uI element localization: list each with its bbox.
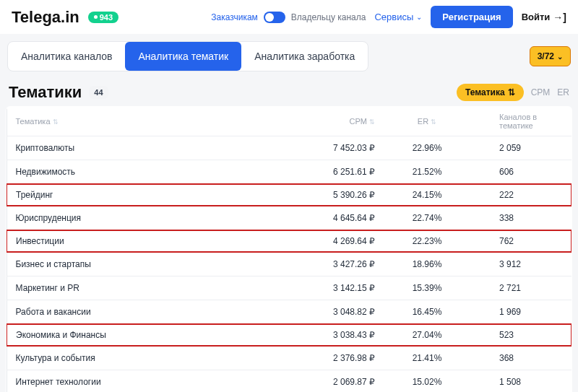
col-cpm-header[interactable]: CPM⇅ bbox=[282, 107, 384, 136]
cell-cpm: 4 269.64 ₽ bbox=[282, 230, 384, 252]
cell-count: 3 912 bbox=[470, 252, 571, 276]
cell-cpm: 7 452.03 ₽ bbox=[282, 136, 384, 160]
site-header: Telega.in 943 Заказчикам Владельцу канал… bbox=[0, 0, 578, 34]
table-row[interactable]: Экономика и Финансы3 038.43 ₽27.04%523 bbox=[7, 324, 571, 346]
col-topic-header[interactable]: Тематика⇅ bbox=[7, 107, 282, 136]
table-row[interactable]: Культура и события2 376.98 ₽21.41%368 bbox=[7, 346, 571, 370]
cell-er: 22.96% bbox=[384, 136, 470, 160]
cell-er: 21.41% bbox=[384, 346, 470, 370]
role-toggle[interactable] bbox=[264, 12, 285, 23]
cell-count: 762 bbox=[470, 230, 571, 252]
toggle-knob-icon bbox=[265, 13, 274, 22]
cell-er: 24.15% bbox=[384, 184, 470, 206]
login-label: Войти bbox=[522, 12, 551, 22]
sort-controls: Тематика ⇅ CPM ER bbox=[457, 84, 569, 101]
online-count: 943 bbox=[100, 13, 113, 22]
cell-er: 15.39% bbox=[384, 276, 470, 300]
cell-cpm: 4 645.64 ₽ bbox=[282, 206, 384, 230]
cell-topic: Экономика и Финансы bbox=[7, 324, 282, 346]
col-er-header[interactable]: ER⇅ bbox=[384, 107, 470, 136]
chevron-down-icon: ⌄ bbox=[416, 13, 422, 21]
table-row[interactable]: Юриспруденция4 645.64 ₽22.74%338 bbox=[7, 206, 571, 230]
topics-table: Тематика⇅ CPM⇅ ER⇅ Каналов в тематике Кр… bbox=[6, 106, 572, 392]
table-row[interactable]: Маркетинг и PR3 142.15 ₽15.39%2 721 bbox=[7, 276, 571, 300]
role-customers[interactable]: Заказчикам bbox=[211, 12, 257, 22]
cell-cpm: 6 251.61 ₽ bbox=[282, 160, 384, 185]
cell-cpm: 5 390.26 ₽ bbox=[282, 184, 384, 206]
role-switch: Заказчикам Владельцу канала bbox=[211, 12, 366, 23]
cell-topic: Инвестиции bbox=[7, 230, 282, 252]
tab-earnings-analytics[interactable]: Аналитика заработка bbox=[241, 42, 368, 71]
tab-topic-analytics[interactable]: Аналитика тематик bbox=[125, 42, 241, 71]
cell-cpm: 3 142.15 ₽ bbox=[282, 276, 384, 300]
analytics-tabs: Аналитика каналов Аналитика тематик Анал… bbox=[7, 41, 368, 71]
cell-count: 338 bbox=[470, 206, 571, 230]
cell-er: 16.45% bbox=[384, 300, 470, 325]
services-label: Сервисы bbox=[374, 12, 413, 22]
table-row[interactable]: Трейдинг5 390.26 ₽24.15%222 bbox=[7, 184, 571, 206]
table-row[interactable]: Работа и вакансии3 048.82 ₽16.45%1 969 bbox=[7, 300, 571, 325]
cell-count: 1 969 bbox=[470, 300, 571, 325]
role-owner[interactable]: Владельцу канала bbox=[291, 12, 366, 22]
topics-table-wrap: Тематика⇅ CPM⇅ ER⇅ Каналов в тематике Кр… bbox=[0, 106, 578, 392]
cell-topic: Интернет технологии bbox=[7, 370, 282, 393]
sort-icon: ⇅ bbox=[431, 118, 436, 126]
sort-icon: ⇅ bbox=[53, 118, 59, 126]
cell-topic: Криптовалюты bbox=[7, 136, 282, 160]
page-title: Тематики bbox=[9, 83, 82, 102]
cell-topic: Культура и события bbox=[7, 346, 282, 370]
topics-table-body: Криптовалюты7 452.03 ₽22.96%2 059Недвижи… bbox=[7, 136, 571, 393]
tab-channel-analytics[interactable]: Аналитика каналов bbox=[8, 42, 125, 71]
cell-cpm: 2 376.98 ₽ bbox=[282, 346, 384, 370]
topics-count-badge: 44 bbox=[89, 86, 108, 99]
col-count-header[interactable]: Каналов в тематике bbox=[470, 107, 571, 136]
cell-topic: Трейдинг bbox=[7, 184, 282, 206]
cell-count: 2 059 bbox=[470, 136, 571, 160]
online-counter-badge: 943 bbox=[88, 12, 118, 23]
cell-count: 1 508 bbox=[470, 370, 571, 393]
cell-topic: Юриспруденция bbox=[7, 206, 282, 230]
cell-count: 368 bbox=[470, 346, 571, 370]
cell-er: 15.02% bbox=[384, 370, 470, 393]
sort-topic-label: Тематика bbox=[465, 87, 505, 97]
cell-cpm: 3 427.26 ₽ bbox=[282, 252, 384, 276]
table-row[interactable]: Бизнес и стартапы3 427.26 ₽18.96%3 912 bbox=[7, 252, 571, 276]
sort-icon: ⇅ bbox=[369, 118, 375, 126]
cell-topic: Работа и вакансии bbox=[7, 300, 282, 325]
login-link[interactable]: Войти →] bbox=[522, 12, 566, 23]
cell-er: 18.96% bbox=[384, 252, 470, 276]
cell-er: 22.23% bbox=[384, 230, 470, 252]
cell-topic: Недвижимость bbox=[7, 160, 282, 185]
chevron-down-icon: ⌄ bbox=[557, 53, 563, 61]
online-dot-icon bbox=[94, 15, 98, 19]
cell-cpm: 3 048.82 ₽ bbox=[282, 300, 384, 325]
cell-topic: Маркетинг и PR bbox=[7, 276, 282, 300]
logo[interactable]: Telega.in bbox=[12, 8, 79, 27]
cell-count: 2 721 bbox=[470, 276, 571, 300]
cell-er: 21.52% bbox=[384, 160, 470, 185]
sort-icon: ⇅ bbox=[508, 87, 515, 97]
pager-text: 3/72 bbox=[538, 51, 554, 61]
services-dropdown[interactable]: Сервисы ⌄ bbox=[374, 12, 422, 22]
cell-cpm: 2 069.87 ₽ bbox=[282, 370, 384, 393]
register-button[interactable]: Регистрация bbox=[431, 6, 512, 28]
cell-count: 222 bbox=[470, 184, 571, 206]
cell-er: 22.74% bbox=[384, 206, 470, 230]
cell-er: 27.04% bbox=[384, 324, 470, 346]
cell-count: 606 bbox=[470, 160, 571, 185]
page-heading: Тематики 44 Тематика ⇅ CPM ER bbox=[0, 79, 578, 106]
table-row[interactable]: Инвестиции4 269.64 ₽22.23%762 bbox=[7, 230, 571, 252]
sort-by-cpm[interactable]: CPM bbox=[531, 87, 551, 97]
table-row[interactable]: Криптовалюты7 452.03 ₽22.96%2 059 bbox=[7, 136, 571, 160]
pager-badge[interactable]: 3/72 ⌄ bbox=[530, 46, 571, 66]
cell-count: 523 bbox=[470, 324, 571, 346]
tabs-row: Аналитика каналов Аналитика тематик Анал… bbox=[0, 34, 578, 79]
sort-by-topic[interactable]: Тематика ⇅ bbox=[457, 84, 524, 101]
cell-topic: Бизнес и стартапы bbox=[7, 252, 282, 276]
cell-cpm: 3 038.43 ₽ bbox=[282, 324, 384, 346]
table-row[interactable]: Недвижимость6 251.61 ₽21.52%606 bbox=[7, 160, 571, 185]
table-row[interactable]: Интернет технологии2 069.87 ₽15.02%1 508 bbox=[7, 370, 571, 393]
login-icon: →] bbox=[553, 12, 566, 23]
sort-by-er[interactable]: ER bbox=[557, 87, 569, 97]
